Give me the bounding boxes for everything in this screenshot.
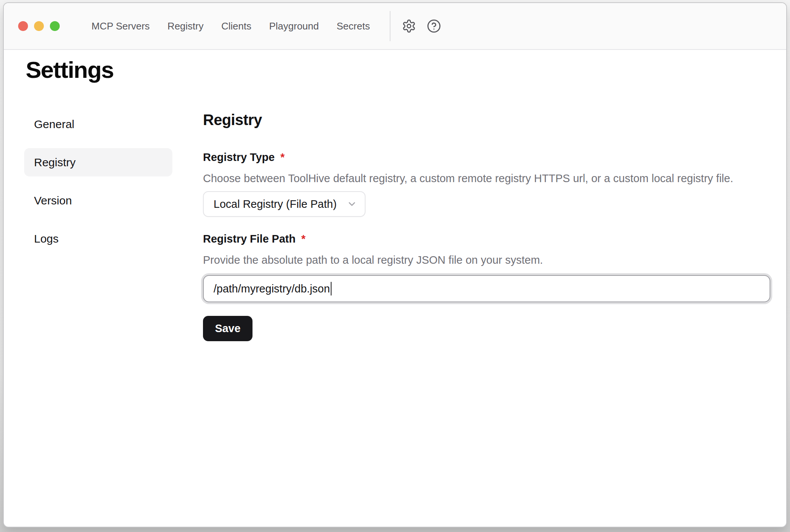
registry-type-label: Registry Type * [203, 150, 770, 164]
registry-type-selected-value: Local Registry (File Path) [214, 198, 337, 210]
titlebar-icons [402, 19, 441, 33]
nav-item-playground[interactable]: Playground [269, 20, 319, 32]
section-heading: Registry [203, 111, 770, 129]
zoom-button[interactable] [50, 21, 60, 31]
settings-gear-icon[interactable] [402, 19, 416, 33]
registry-file-path-value: /path/myregistry/db.json [214, 283, 330, 295]
registry-settings-panel: Registry Registry Type * Choose between … [203, 111, 770, 341]
sidebar-item-general[interactable]: General [24, 110, 172, 138]
settings-sidebar: General Registry Version Logs [24, 110, 172, 263]
required-marker: * [301, 232, 305, 246]
registry-file-path-label-text: Registry File Path [203, 232, 296, 246]
registry-file-path-description: Provide the absolute path to a local reg… [203, 253, 770, 267]
chevron-down-icon [347, 199, 357, 209]
nav-item-secrets[interactable]: Secrets [337, 20, 370, 32]
sidebar-item-logs[interactable]: Logs [24, 224, 172, 253]
registry-type-description: Choose between ToolHive default registry… [203, 172, 770, 185]
nav-item-registry[interactable]: Registry [167, 20, 203, 32]
minimize-button[interactable] [34, 21, 44, 31]
app-window: MCP Servers Registry Clients Playground … [3, 2, 787, 527]
help-icon[interactable] [427, 19, 441, 33]
registry-type-select[interactable]: Local Registry (File Path) [203, 191, 366, 217]
titlebar-divider [390, 11, 390, 41]
titlebar: MCP Servers Registry Clients Playground … [4, 3, 786, 50]
nav-item-clients[interactable]: Clients [221, 20, 251, 32]
registry-file-path-input[interactable]: /path/myregistry/db.json [203, 275, 770, 302]
save-button[interactable]: Save [203, 316, 252, 341]
required-marker: * [280, 150, 285, 164]
registry-type-label-text: Registry Type [203, 150, 275, 164]
nav-item-mcp-servers[interactable]: MCP Servers [91, 20, 150, 32]
close-button[interactable] [18, 21, 28, 31]
window-controls [18, 21, 60, 31]
text-cursor [331, 282, 331, 295]
registry-file-path-label: Registry File Path * [203, 232, 770, 246]
page-title: Settings [26, 58, 114, 82]
sidebar-item-registry[interactable]: Registry [24, 148, 172, 176]
sidebar-item-version[interactable]: Version [24, 186, 172, 215]
top-navigation: MCP Servers Registry Clients Playground … [91, 20, 370, 32]
